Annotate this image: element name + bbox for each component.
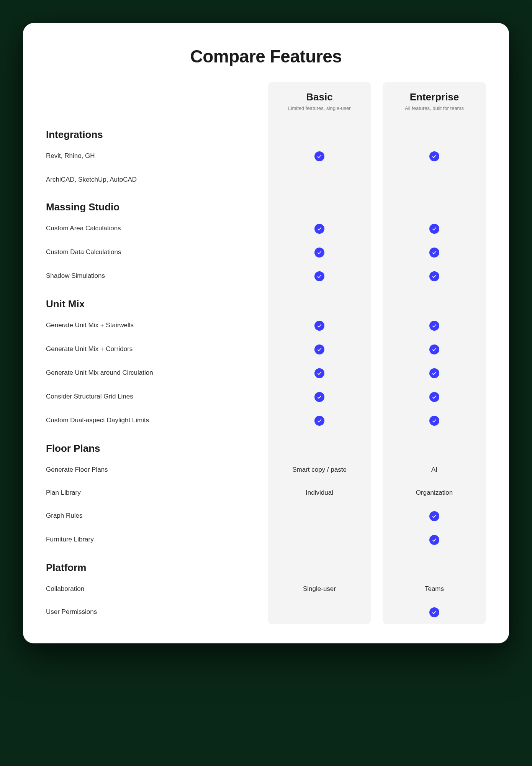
check-icon bbox=[429, 344, 439, 354]
check-icon bbox=[314, 321, 324, 331]
feature-cell-enterprise: Teams bbox=[383, 577, 486, 600]
check-icon bbox=[429, 248, 439, 258]
section-header: Integrations bbox=[46, 119, 268, 144]
feature-cell-basic bbox=[268, 361, 371, 385]
plan-name-enterprise: Enterprise bbox=[386, 91, 482, 103]
feature-cell-enterprise bbox=[383, 409, 486, 433]
feature-cell-basic bbox=[268, 241, 371, 264]
feature-cell-basic: Individual bbox=[268, 481, 371, 504]
feature-cell-enterprise bbox=[383, 361, 486, 385]
check-icon bbox=[429, 416, 439, 426]
section-header: Floor Plans bbox=[46, 433, 268, 458]
feature-cell-enterprise bbox=[383, 241, 486, 264]
feature-label: Graph Rules bbox=[46, 504, 268, 527]
feature-label: Custom Dual-aspect Daylight Limits bbox=[46, 409, 268, 432]
feature-label: Custom Area Calculations bbox=[46, 217, 268, 240]
feature-cell-enterprise: AI bbox=[383, 458, 486, 481]
feature-label: Generate Unit Mix + Corridors bbox=[46, 338, 268, 361]
plan-header-basic: BasicLimited features, single-user bbox=[268, 82, 371, 119]
feature-cell-basic bbox=[268, 600, 371, 623]
check-icon bbox=[429, 607, 439, 617]
feature-cell-enterprise: Organization bbox=[383, 481, 486, 504]
feature-label: Generate Unit Mix + Stairwells bbox=[46, 314, 268, 337]
feature-cell-basic: Smart copy / paste bbox=[268, 458, 371, 481]
plan-header-enterprise: EnterpriseAll features, built for teams bbox=[383, 82, 486, 119]
plan-name-basic: Basic bbox=[272, 91, 367, 103]
feature-cell-basic bbox=[268, 217, 371, 241]
feature-cell-basic bbox=[268, 338, 371, 361]
feature-cell-enterprise bbox=[383, 338, 486, 361]
check-icon bbox=[314, 151, 324, 161]
check-icon bbox=[314, 368, 324, 378]
feature-label: Consider Structural Grid Lines bbox=[46, 385, 268, 408]
feature-cell-basic bbox=[268, 314, 371, 338]
check-icon bbox=[314, 271, 324, 281]
feature-label: Generate Unit Mix around Circulation bbox=[46, 361, 268, 384]
feature-cell-basic bbox=[268, 264, 371, 288]
plan-sub-enterprise: All features, built for teams bbox=[386, 105, 482, 111]
check-icon bbox=[429, 321, 439, 331]
section-header: Unit Mix bbox=[46, 288, 268, 314]
feature-cell-basic bbox=[268, 528, 371, 551]
feature-cell-basic bbox=[268, 409, 371, 433]
feature-cell-basic bbox=[268, 385, 371, 409]
feature-label: Furniture Library bbox=[46, 528, 268, 551]
plan-sub-basic: Limited features, single-user bbox=[272, 105, 367, 111]
feature-label: User Permissions bbox=[46, 600, 268, 623]
feature-label: Shadow Simulations bbox=[46, 264, 268, 287]
feature-cell-enterprise bbox=[383, 528, 486, 552]
feature-label: Plan Library bbox=[46, 481, 268, 504]
check-icon bbox=[314, 416, 324, 426]
check-icon bbox=[429, 224, 439, 234]
page-title: Compare Features bbox=[46, 46, 486, 67]
feature-label: ArchiCAD, SketchUp, AutoCAD bbox=[46, 168, 268, 191]
feature-grid: BasicLimited features, single-userEnterp… bbox=[46, 82, 486, 624]
feature-label: Collaboration bbox=[46, 577, 268, 600]
feature-cell-enterprise bbox=[383, 144, 486, 168]
check-icon bbox=[429, 392, 439, 402]
feature-cell-enterprise bbox=[383, 168, 486, 191]
check-icon bbox=[314, 392, 324, 402]
check-icon bbox=[429, 271, 439, 281]
check-icon bbox=[429, 511, 439, 521]
feature-cell-basic bbox=[268, 168, 371, 191]
section-header: Massing Studio bbox=[46, 191, 268, 217]
check-icon bbox=[314, 344, 324, 354]
feature-cell-enterprise bbox=[383, 600, 486, 624]
feature-label: Generate Floor Plans bbox=[46, 458, 268, 481]
feature-cell-enterprise bbox=[383, 504, 486, 528]
feature-cell-basic bbox=[268, 504, 371, 527]
feature-label: Revit, Rhino, GH bbox=[46, 144, 268, 167]
feature-cell-enterprise bbox=[383, 314, 486, 338]
feature-cell-enterprise bbox=[383, 217, 486, 241]
check-icon bbox=[314, 224, 324, 234]
feature-cell-basic: Single-user bbox=[268, 577, 371, 600]
check-icon bbox=[314, 248, 324, 258]
feature-label: Custom Data Calculations bbox=[46, 241, 268, 264]
feature-cell-enterprise bbox=[383, 264, 486, 288]
check-icon bbox=[429, 535, 439, 545]
section-header: Platform bbox=[46, 552, 268, 577]
feature-cell-basic bbox=[268, 144, 371, 168]
check-icon bbox=[429, 368, 439, 378]
feature-cell-enterprise bbox=[383, 385, 486, 409]
check-icon bbox=[429, 151, 439, 161]
feature-compare-card: Compare Features BasicLimited features, … bbox=[23, 23, 509, 643]
